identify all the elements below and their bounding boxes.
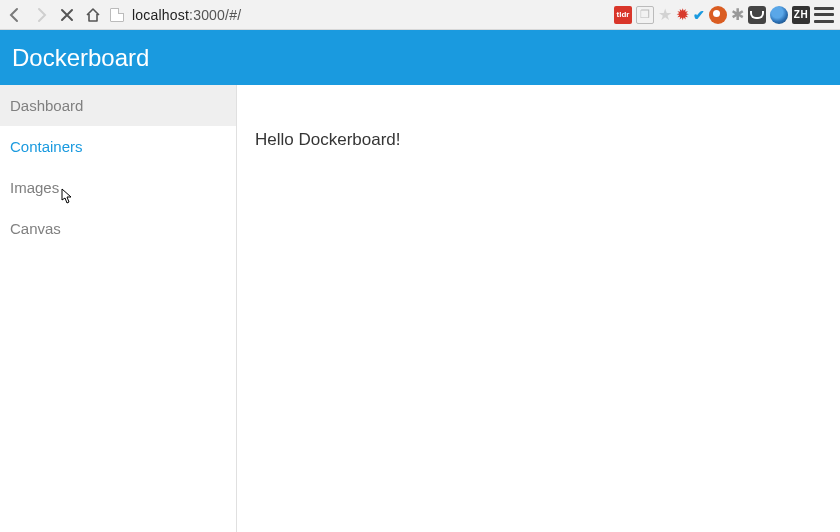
home-button[interactable]: [84, 6, 102, 24]
sidebar-item-images[interactable]: Images: [0, 167, 236, 208]
sidebar-item-label: Dashboard: [10, 97, 83, 114]
extension-globe-icon[interactable]: [770, 6, 788, 24]
app-title: Dockerboard: [12, 44, 149, 72]
extension-tldr-icon[interactable]: tldr: [614, 6, 632, 24]
url-rest: :3000/#/: [189, 7, 241, 23]
greeting-text: Hello Dockerboard!: [255, 130, 401, 149]
stop-button[interactable]: [58, 6, 76, 24]
extension-zh-icon[interactable]: ZH: [792, 6, 810, 24]
app-header: Dockerboard: [0, 30, 840, 85]
forward-button[interactable]: [32, 6, 50, 24]
extension-bug-icon[interactable]: ✹: [676, 5, 689, 24]
extension-row: tldr ❐ ★ ✹ ✔ ✱ ZH: [614, 5, 834, 24]
main-content: Hello Dockerboard!: [237, 85, 840, 532]
extension-v-icon[interactable]: ✔: [693, 7, 705, 23]
bookmark-star-icon[interactable]: ★: [658, 5, 672, 24]
address-bar[interactable]: localhost:3000/#/: [132, 7, 606, 23]
extension-pocket-icon[interactable]: [748, 6, 766, 24]
extension-spinner-icon[interactable]: ✱: [731, 5, 744, 24]
sidebar-item-containers[interactable]: Containers: [0, 126, 236, 167]
browser-menu-icon[interactable]: [814, 7, 834, 23]
sidebar-item-dashboard[interactable]: Dashboard: [0, 85, 236, 126]
sidebar-item-label: Images: [10, 179, 59, 196]
sidebar-item-label: Canvas: [10, 220, 61, 237]
sidebar-item-canvas[interactable]: Canvas: [0, 208, 236, 249]
url-host: localhost: [132, 7, 189, 23]
extension-duckduckgo-icon[interactable]: [709, 6, 727, 24]
sidebar-item-label: Containers: [10, 138, 83, 155]
sidebar: Dashboard Containers Images Canvas: [0, 85, 237, 532]
back-button[interactable]: [6, 6, 24, 24]
browser-toolbar: localhost:3000/#/ tldr ❐ ★ ✹ ✔ ✱ ZH: [0, 0, 840, 30]
page-icon: [110, 8, 124, 22]
extension-readability-icon[interactable]: ❐: [636, 6, 654, 24]
